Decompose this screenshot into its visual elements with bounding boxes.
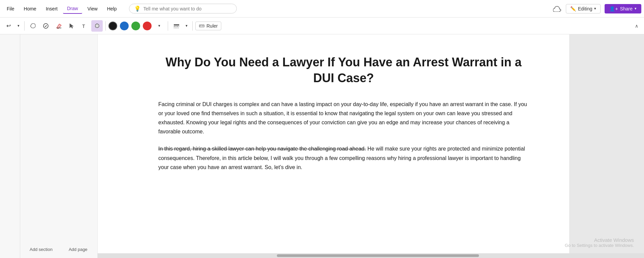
eraser-button[interactable] (53, 20, 64, 32)
color-red[interactable] (143, 22, 152, 30)
color-green[interactable] (131, 22, 140, 30)
main-area: Add section Add page Why Do You Need a L… (0, 34, 644, 258)
scrollbar-thumb[interactable] (277, 254, 479, 257)
toolbar-separator-3 (168, 21, 168, 31)
page: Why Do You Need a Lawyer If You Have an … (98, 34, 569, 253)
svg-text:T: T (82, 24, 85, 29)
lasso-select-button[interactable] (27, 20, 39, 32)
stroke-dropdown-button[interactable]: ▾ (184, 20, 190, 32)
toolbar-separator-4 (192, 21, 193, 31)
nav-insert[interactable]: Insert (42, 4, 62, 13)
nav-help[interactable]: Help (103, 4, 121, 13)
page-sidebar: Add section Add page (20, 34, 98, 258)
add-page-button[interactable]: Add page (64, 244, 92, 255)
nav-view[interactable]: View (84, 4, 102, 13)
nav-draw[interactable]: Draw (63, 4, 82, 14)
share-chevron-icon: ▾ (635, 6, 637, 11)
share-button[interactable]: 👤+ Share ▾ (605, 4, 641, 13)
toolbar-separator-1 (24, 21, 25, 31)
type-button[interactable]: T (78, 20, 90, 32)
search-box: 💡 (129, 4, 237, 13)
toolbar-expand-button[interactable]: ∧ (632, 21, 641, 31)
undo-button[interactable]: ↩ (3, 20, 14, 32)
section-sidebar (0, 34, 20, 258)
lightbulb-icon: 💡 (134, 5, 141, 12)
nav-home[interactable]: Home (20, 4, 40, 13)
nav-file[interactable]: File (3, 4, 19, 13)
strikethrough-text: In this regard, hiring a skilled lawyer … (158, 146, 366, 152)
chevron-down-icon: ▾ (594, 6, 596, 11)
ruler-button[interactable]: Ruler (195, 22, 221, 30)
search-input[interactable] (143, 6, 232, 11)
horizontal-scrollbar[interactable] (98, 253, 644, 258)
share-label: Share (620, 6, 633, 11)
editing-button[interactable]: ✏️ Editing ▾ (566, 4, 601, 13)
page-title: Why Do You Need a Lawyer If You Have an … (158, 55, 529, 86)
ruler-label: Ruler (206, 23, 218, 29)
page-body: Facing criminal or DUI charges is comple… (158, 100, 529, 172)
content-area: Why Do You Need a Lawyer If You Have an … (98, 34, 644, 258)
pencil-icon: ✏️ (570, 6, 576, 11)
cloud-icon (552, 4, 562, 13)
toolbar-separator-2 (105, 21, 106, 31)
top-nav-bar: File Home Insert Draw View Help 💡 ✏️ Edi… (0, 0, 644, 18)
draw-toolbar: ↩ ▾ T (0, 18, 644, 34)
page-container: Why Do You Need a Lawyer If You Have an … (98, 34, 644, 253)
editing-label: Editing (578, 6, 592, 11)
undo-dropdown-button[interactable]: ▾ (15, 20, 22, 32)
lasso-button[interactable] (91, 20, 103, 32)
share-icon: 👤+ (609, 6, 618, 11)
sidebar-bottom-actions: Add section Add page (20, 241, 97, 258)
stroke-style-button[interactable] (171, 20, 182, 32)
select-button[interactable] (66, 20, 77, 32)
paragraph-1: Facing criminal or DUI charges is comple… (158, 100, 529, 136)
add-section-button[interactable]: Add section (25, 244, 57, 255)
touch-write-button[interactable] (40, 20, 52, 32)
more-colors-button[interactable]: ▾ (154, 20, 165, 32)
color-black[interactable] (108, 22, 117, 30)
paragraph-2: In this regard, hiring a skilled lawyer … (158, 144, 529, 172)
color-blue[interactable] (120, 22, 129, 30)
